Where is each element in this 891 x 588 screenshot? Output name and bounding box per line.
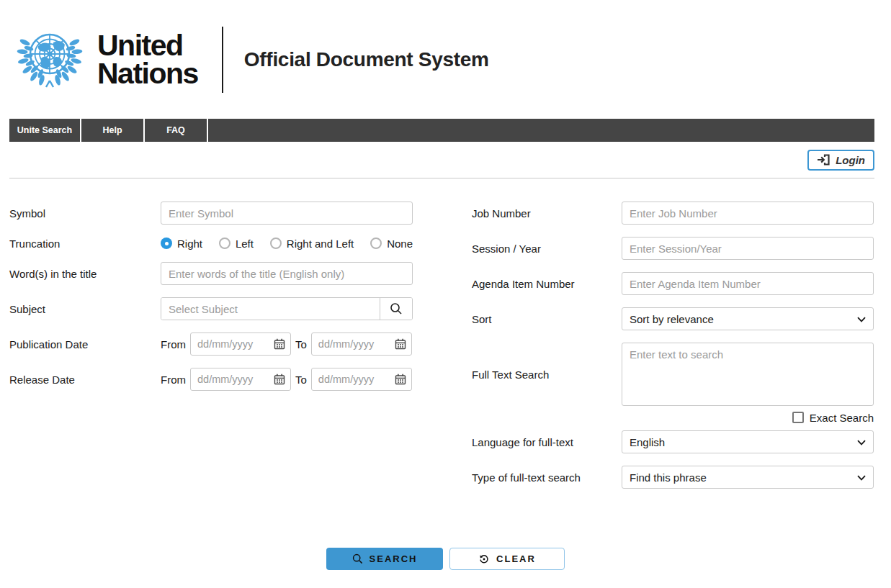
radio-icon[interactable] (370, 238, 382, 249)
truncation-option-label: Right and Left (287, 238, 354, 250)
search-type-row: Type of full-text search Find this phras… (472, 466, 874, 489)
truncation-radio-right-and-left[interactable]: Right and Left (270, 238, 354, 250)
search-icon (352, 553, 363, 564)
nav-tab-faq[interactable]: FAQ (145, 119, 208, 142)
release-date-label: Release Date (9, 374, 161, 386)
language-select[interactable]: English (622, 430, 874, 453)
form-left-column: Symbol Truncation Right Left Right and L… (9, 202, 413, 501)
language-selected-value: English (630, 436, 665, 448)
sort-row: Sort Sort by relevance (472, 307, 874, 330)
title-words-input[interactable] (161, 262, 413, 285)
search-button-label: SEARCH (370, 553, 418, 564)
page-title: Official Document System (244, 48, 489, 71)
publication-date-to-input[interactable] (311, 333, 412, 356)
search-type-select[interactable]: Find this phrase (622, 466, 874, 489)
release-date-from-input[interactable] (190, 368, 291, 391)
sort-label: Sort (472, 313, 622, 325)
truncation-radio-none[interactable]: None (370, 238, 413, 250)
publication-date-from-input[interactable] (190, 333, 291, 356)
header-divider (222, 27, 223, 93)
from-label: From (161, 374, 186, 386)
full-text-input[interactable] (622, 343, 874, 406)
chevron-down-icon (857, 475, 866, 481)
brand-line-2: Nations (97, 60, 198, 88)
exact-search-checkbox[interactable] (792, 412, 804, 423)
truncation-option-label: Right (177, 238, 202, 250)
from-label: From (161, 338, 186, 350)
brand-line-1: United (97, 32, 198, 60)
symbol-row: Symbol (9, 202, 413, 225)
full-text-label: Full Text Search (472, 368, 622, 381)
brand-name: United Nations (97, 32, 198, 87)
job-number-row: Job Number (472, 202, 874, 225)
reset-icon (478, 553, 490, 565)
login-label: Login (836, 154, 865, 166)
symbol-input[interactable] (161, 202, 413, 225)
agenda-item-row: Agenda Item Number (472, 272, 874, 295)
job-number-input[interactable] (622, 202, 874, 225)
to-label: To (295, 374, 307, 386)
language-row: Language for full-text English (472, 430, 874, 453)
to-label: To (295, 338, 307, 350)
symbol-label: Symbol (9, 207, 161, 220)
search-icon (390, 302, 403, 315)
search-button[interactable]: SEARCH (326, 548, 443, 570)
sort-select[interactable]: Sort by relevance (622, 307, 874, 330)
action-buttons: SEARCH CLEAR (0, 548, 891, 570)
session-year-label: Session / Year (472, 243, 622, 255)
exact-search-label: Exact Search (810, 412, 874, 424)
nav-bar: Unite Search Help FAQ (9, 119, 874, 142)
subject-label: Subject (9, 303, 161, 315)
exact-search-row: Exact Search (472, 410, 874, 425)
release-date-fields: From To (161, 368, 413, 391)
session-year-input[interactable] (622, 237, 874, 260)
radio-icon[interactable] (270, 238, 282, 249)
chevron-down-icon (857, 440, 866, 445)
radio-icon[interactable] (219, 238, 230, 249)
truncation-row: Truncation Right Left Right and Left Non… (9, 237, 413, 250)
truncation-radio-group: Right Left Right and Left None (161, 238, 413, 250)
title-words-label: Word(s) in the title (9, 268, 161, 280)
clear-button[interactable]: CLEAR (449, 548, 565, 570)
session-year-row: Session / Year (472, 237, 874, 260)
language-label: Language for full-text (472, 436, 622, 448)
search-type-label: Type of full-text search (472, 471, 622, 484)
subject-row: Subject (9, 297, 413, 320)
nav-tab-unite-search[interactable]: Unite Search (9, 119, 81, 142)
clear-button-label: CLEAR (496, 553, 536, 564)
login-button[interactable]: Login (807, 150, 874, 171)
search-type-selected-value: Find this phrase (630, 471, 707, 484)
column-gap (413, 202, 472, 501)
release-date-to-input[interactable] (311, 368, 412, 391)
truncation-option-label: Left (236, 238, 254, 250)
login-icon (817, 154, 830, 166)
publication-date-row: Publication Date From To (9, 333, 413, 356)
subject-input[interactable] (161, 298, 380, 320)
subject-input-group (161, 297, 413, 320)
full-text-row: Full Text Search (472, 343, 874, 406)
truncation-radio-right[interactable]: Right (161, 238, 202, 250)
chevron-down-icon (857, 317, 866, 322)
release-date-row: Release Date From To (9, 368, 413, 391)
login-row: Login (9, 142, 874, 178)
truncation-radio-left[interactable]: Left (219, 238, 254, 250)
truncation-option-label: None (387, 238, 413, 250)
publication-date-fields: From To (161, 333, 413, 356)
un-emblem-logo (9, 24, 90, 96)
job-number-label: Job Number (472, 207, 622, 220)
radio-icon[interactable] (161, 238, 172, 249)
header: United Nations Official Document System (0, 0, 891, 119)
publication-date-label: Publication Date (9, 338, 161, 350)
title-words-row: Word(s) in the title (9, 262, 413, 285)
agenda-item-input[interactable] (622, 272, 874, 295)
sort-selected-value: Sort by relevance (630, 313, 714, 325)
form-right-column: Job Number Session / Year Agenda Item Nu… (472, 202, 874, 501)
nav-tab-help[interactable]: Help (81, 119, 145, 142)
agenda-item-label: Agenda Item Number (472, 278, 622, 290)
subject-search-button[interactable] (380, 298, 412, 320)
search-form: Symbol Truncation Right Left Right and L… (0, 178, 891, 501)
truncation-label: Truncation (9, 238, 161, 250)
